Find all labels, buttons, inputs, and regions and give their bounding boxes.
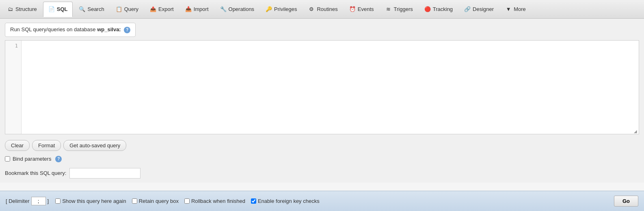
query-label-box: Run SQL query/queries on database wp_sil… [5,23,136,37]
query-help-icon[interactable]: ? [124,27,130,33]
bind-parameters-row: Bind parameters ? [5,156,639,162]
sql-editor-container: 1 ◢ [5,40,639,134]
import-icon: 📥 [185,6,192,13]
tab-routines-label: Routines [317,6,337,12]
auto-saved-button[interactable]: Get auto-saved query [63,140,126,151]
tab-tracking[interactable]: 🔴 Tracking [419,2,458,17]
tab-operations[interactable]: 🔧 Operations [215,2,260,17]
tab-tracking-label: Tracking [433,6,453,12]
tab-sql-label: SQL [57,6,68,12]
tab-bar: 🗂 Structure 📄 SQL 🔍 Search 📋 Query 📤 Exp… [0,0,644,19]
tab-import[interactable]: 📥 Import [180,2,214,17]
tab-events-label: Events [358,6,374,12]
routines-icon: ⚙ [308,6,315,13]
operations-icon: 🔧 [220,6,227,13]
tab-more-label: More [514,6,526,12]
bind-parameters-checkbox[interactable] [5,156,10,161]
tab-sql[interactable]: 📄 SQL [43,2,73,17]
tab-designer[interactable]: 🔗 Designer [459,2,499,17]
tab-privileges[interactable]: 🔑 Privileges [260,2,302,17]
query-label-prefix: Run SQL query/queries on database [10,26,96,32]
clear-button[interactable]: Clear [5,140,30,151]
tab-export[interactable]: 📤 Export [145,2,179,17]
privileges-icon: 🔑 [266,6,272,13]
resize-handle[interactable]: ◢ [634,129,639,134]
tracking-icon: 🔴 [424,6,431,13]
structure-icon: 🗂 [7,6,13,13]
query-icon: 📋 [116,6,122,13]
tab-triggers[interactable]: ≋ Triggers [380,2,418,17]
more-icon: ▼ [505,6,512,13]
action-buttons: Clear Format Get auto-saved query [5,138,639,153]
events-icon: ⏰ [349,6,356,13]
search-icon: 🔍 [79,6,85,13]
tab-triggers-label: Triggers [394,6,413,12]
tab-query[interactable]: 📋 Query [110,2,144,17]
bookmark-row: Bookmark this SQL query: [5,168,639,179]
tab-search-label: Search [87,6,104,12]
line-number-1: 1 [9,43,18,49]
format-button[interactable]: Format [32,140,61,151]
tab-search[interactable]: 🔍 Search [73,2,109,17]
tab-structure[interactable]: 🗂 Structure [2,2,42,17]
tab-routines[interactable]: ⚙ Routines [303,2,343,17]
tab-import-label: Import [194,6,209,12]
sql-editor[interactable] [22,41,639,134]
tab-structure-label: Structure [15,6,37,12]
main-content: Run SQL query/queries on database wp_sil… [0,19,644,183]
sql-icon: 📄 [48,6,55,13]
bookmark-label: Bookmark this SQL query: [5,170,66,176]
bookmark-input[interactable] [69,168,140,179]
tab-query-label: Query [124,6,138,12]
query-label-dbname: wp_silva: [97,26,121,32]
bind-parameters-label[interactable]: Bind parameters [13,156,51,162]
tab-export-label: Export [158,6,174,12]
tab-operations-label: Operations [229,6,255,12]
export-icon: 📤 [150,6,156,13]
tab-privileges-label: Privileges [274,6,297,12]
triggers-icon: ≋ [385,6,392,13]
line-numbers: 1 [5,41,22,134]
bind-params-help-icon[interactable]: ? [55,156,62,162]
tab-more[interactable]: ▼ More [500,2,531,17]
tab-designer-label: Designer [473,6,494,12]
designer-icon: 🔗 [464,6,471,13]
tab-events[interactable]: ⏰ Events [344,2,379,17]
